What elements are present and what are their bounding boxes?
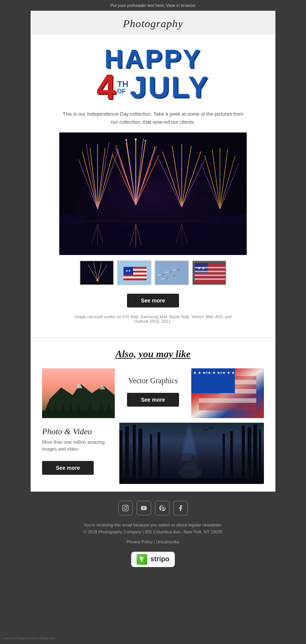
svg-rect-89 xyxy=(195,271,225,272)
svg-rect-91 xyxy=(195,278,225,280)
svg-rect-90 xyxy=(195,275,225,276)
photo-video-title: Photo & Video xyxy=(42,427,115,436)
svg-rect-118 xyxy=(119,430,122,484)
fourth-line: 4 TH OF JULY xyxy=(96,72,210,103)
also-title-italic: you may like xyxy=(138,348,190,360)
preheader-text: Put your preheader text here, View in br… xyxy=(110,3,196,8)
flag-image: ★ ★ ★ ★ ★ ★ xyxy=(191,368,264,418)
svg-rect-139 xyxy=(119,478,261,484)
number-4: 4 xyxy=(96,72,116,103)
stripo-text: stripo xyxy=(150,555,169,563)
stripo-badge-container: stripo xyxy=(38,550,268,567)
svg-rect-126 xyxy=(150,434,152,484)
links-separator: | xyxy=(154,539,155,544)
unsubscribe-link[interactable]: Unsubscribe xyxy=(156,539,179,544)
fireworks-main-image xyxy=(59,132,247,255)
svg-point-56 xyxy=(135,138,137,140)
thumbnail-flag[interactable]: ★★ xyxy=(117,260,151,285)
also-section: Also, you may like xyxy=(31,338,275,492)
svg-text:★ ★ ★: ★ ★ ★ xyxy=(202,383,216,387)
photo-video-see-more-button[interactable]: See more xyxy=(42,461,94,475)
also-title: Also, you may like xyxy=(42,348,264,360)
carousel-note: Image carousel works on iOS Mail, Samsun… xyxy=(73,314,233,324)
also-top-row: Vector Graphics See more xyxy=(42,368,264,418)
svg-rect-140 xyxy=(123,505,129,511)
social-icons-row xyxy=(38,501,268,515)
privacy-policy-link[interactable]: Privacy Policy xyxy=(127,539,153,544)
photo-video-block: Photo & Video More than one million amaz… xyxy=(42,423,115,484)
svg-point-58 xyxy=(116,145,117,146)
fireworks-svg xyxy=(59,132,247,255)
svg-rect-43 xyxy=(214,214,221,224)
facebook-icon[interactable] xyxy=(173,501,188,515)
holiday-graphic: HAPPY 4 TH OF JULY xyxy=(96,46,210,103)
svg-point-141 xyxy=(124,507,127,510)
photo-video-desc: More than one million amazing images and… xyxy=(42,439,115,453)
svg-rect-121 xyxy=(138,428,142,484)
hero-see-more-button[interactable]: See more xyxy=(127,294,179,307)
svg-rect-40 xyxy=(71,217,78,224)
svg-text:★ ★ ★: ★ ★ ★ xyxy=(202,378,216,382)
thumbnail-guitar[interactable]: ★ ★ xyxy=(192,260,226,285)
preheader-bar: Put your preheader text here, View in br… xyxy=(0,0,306,11)
svg-point-59 xyxy=(155,146,156,147)
svg-point-142 xyxy=(127,506,127,507)
footer-notice: You're receiving this email because you … xyxy=(38,521,268,536)
watermark-text: www.heritagechristiancollege.com xyxy=(4,636,56,640)
thumbnail-row: ★★ xyxy=(46,260,260,285)
also-bottom-row: Photo & Video More than one million amaz… xyxy=(42,423,264,484)
email-notice-text: You're receiving this email because you … xyxy=(38,521,268,529)
copyright-text: © 2018 Photography Company | 885 Columbu… xyxy=(38,528,268,536)
svg-rect-120 xyxy=(133,425,136,484)
thumbnail-jets[interactable] xyxy=(155,260,189,285)
svg-rect-124 xyxy=(253,425,257,484)
vector-see-more-button[interactable]: See more xyxy=(127,393,179,407)
stripo-logo-icon xyxy=(137,554,147,565)
stripo-badge[interactable]: stripo xyxy=(131,552,175,567)
vector-graphics-block: Vector Graphics See more xyxy=(119,368,187,418)
svg-rect-96 xyxy=(42,410,115,418)
email-container: Photography HAPPY 4 TH OF JULY This is o… xyxy=(31,11,275,492)
pinterest-icon[interactable] xyxy=(155,501,169,515)
svg-rect-42 xyxy=(205,216,214,224)
th-text: TH xyxy=(117,80,128,88)
mountain-image xyxy=(42,368,115,418)
svg-rect-45 xyxy=(235,215,247,224)
svg-rect-60 xyxy=(80,261,114,285)
svg-rect-111 xyxy=(199,376,220,394)
also-title-plain: Also, xyxy=(116,348,136,360)
svg-point-133 xyxy=(195,461,200,464)
svg-rect-74 xyxy=(155,261,189,285)
svg-rect-123 xyxy=(247,427,251,484)
svg-point-55 xyxy=(125,139,127,141)
svg-rect-127 xyxy=(158,432,160,484)
footer-links: Privacy Policy | Unsubscribe xyxy=(38,539,268,544)
email-footer: You're receiving this email because you … xyxy=(31,492,275,573)
th-of-group: TH OF xyxy=(117,80,128,95)
thumbnail-fireworks[interactable] xyxy=(80,260,114,285)
hero-see-more-container: See more xyxy=(46,291,260,311)
svg-rect-41 xyxy=(78,213,84,224)
svg-rect-39 xyxy=(59,215,71,224)
email-header: Photography xyxy=(31,11,275,34)
svg-rect-1 xyxy=(59,224,247,255)
svg-rect-128 xyxy=(223,433,225,484)
svg-rect-129 xyxy=(230,431,233,484)
svg-rect-122 xyxy=(242,426,245,484)
svg-rect-71 xyxy=(124,276,146,278)
instagram-icon[interactable] xyxy=(118,501,133,515)
hero-description: This is our Independence Day collection.… xyxy=(61,110,245,126)
svg-point-65 xyxy=(96,279,99,281)
brand-name: Photography xyxy=(31,18,275,30)
page-wrapper: Put your preheader text here, View in br… xyxy=(0,0,306,644)
svg-text:★★: ★★ xyxy=(125,269,131,273)
svg-rect-125 xyxy=(259,430,261,484)
youtube-icon[interactable] xyxy=(137,501,151,515)
svg-rect-119 xyxy=(125,427,129,484)
of-text: OF xyxy=(117,88,125,95)
svg-rect-44 xyxy=(224,217,235,224)
vector-graphics-title: Vector Graphics xyxy=(128,376,177,385)
wolf-forest-image xyxy=(119,423,264,484)
svg-rect-88 xyxy=(195,267,225,268)
hero-section: HAPPY 4 TH OF JULY This is our Independe… xyxy=(31,34,275,337)
